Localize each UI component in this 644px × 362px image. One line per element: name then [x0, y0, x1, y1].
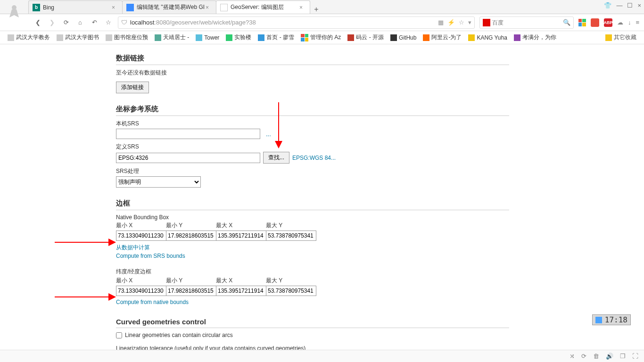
download-icon[interactable]: ↓ [628, 19, 631, 26]
compute-from-data-link[interactable]: 从数据中计算 [116, 244, 509, 252]
native-miny-input[interactable] [166, 230, 216, 241]
bookmark-item[interactable]: 天靖居士 - [152, 32, 192, 43]
latlon-minx-input[interactable] [116, 286, 166, 296]
fullscreen-icon[interactable]: ⛶ [632, 353, 638, 360]
empty-text: 至今还没有数据链接 [116, 69, 509, 77]
back-button[interactable]: ❮ [33, 18, 42, 27]
translate-icon[interactable]: ▾ [468, 19, 471, 26]
bookmark-item[interactable]: 管理你的 Az [298, 32, 344, 43]
checkbox-label: Linear geometries can contain circular a… [125, 332, 233, 338]
close-icon[interactable]: × [206, 4, 212, 11]
curved-section: Curved geometries control Linear geometr… [116, 318, 509, 350]
bookmark-item[interactable]: Tower [193, 33, 222, 42]
pin-icon[interactable] [595, 317, 602, 323]
refresh-icon[interactable]: ⟳ [581, 353, 586, 360]
linear-arcs-checkbox[interactable] [116, 332, 122, 338]
native-bbox-label: Native Bounding Box [116, 214, 509, 221]
svg-point-0 [12, 5, 17, 10]
clock-widget[interactable]: 17:18 [592, 314, 631, 325]
tab-title: 编辑随笔 "搭建简易Web GI [137, 3, 206, 11]
declared-srs-label: 定义SRS [116, 143, 509, 151]
search-box[interactable]: 🔍 [479, 16, 574, 29]
trash-icon[interactable]: 🗑 [593, 353, 599, 360]
flash-icon[interactable]: ⚡ [447, 19, 455, 26]
close-icon[interactable]: × [112, 4, 118, 11]
srs-handling-label: SRS处理 [116, 167, 509, 175]
native-srs-label: 本机SRS [116, 120, 509, 128]
search-input[interactable] [492, 19, 563, 26]
new-tab-button[interactable]: + [310, 5, 323, 14]
latlon-maxx-input[interactable] [216, 286, 266, 296]
bookmark-item[interactable]: 考满分，为你 [511, 32, 559, 43]
search-icon[interactable]: 🔍 [563, 19, 570, 26]
native-maxx-input[interactable] [216, 230, 266, 241]
tab-cnblogs[interactable]: 编辑随笔 "搭建简易Web GI × [122, 0, 216, 14]
declared-srs-input[interactable] [116, 153, 260, 163]
star-button[interactable]: ☆ [104, 18, 113, 27]
url-path: /geoserver/web/wicket/page?38 [170, 19, 256, 26]
tab-bing[interactable]: b Bing × [28, 0, 123, 14]
bookmark-item[interactable]: GitHub [388, 33, 419, 42]
bookmark-item[interactable]: 武汉大学教务 [5, 32, 53, 43]
home-button[interactable]: ⌂ [75, 18, 85, 27]
latlon-maxy-input[interactable] [266, 286, 316, 296]
srs-lookup-link[interactable]: ... [266, 131, 271, 138]
status-bar: ⤨ ⟳ 🗑 🔊 ❐ ⛶ [0, 350, 644, 362]
volume-icon[interactable]: 🔊 [606, 353, 613, 360]
shield-icon: 🛡 [121, 19, 127, 26]
lin-tol-label: Linearization tolerance (useful only if … [116, 345, 509, 350]
url-host: localhost [130, 19, 154, 26]
bookmark-item[interactable]: 首页 - 廖雪 [255, 32, 297, 43]
bookmark-other[interactable]: 其它收藏 [603, 32, 639, 43]
ext-icon[interactable] [591, 18, 599, 27]
cnblogs-icon [126, 4, 134, 11]
section-heading: 数据链接 [116, 54, 509, 65]
latlon-bbox-label: 纬度/经度边框 [116, 268, 509, 276]
url-input[interactable]: 🛡 localhost:8080/geoserver/web/wicket/pa… [118, 16, 475, 29]
close-window-icon[interactable]: × [637, 2, 641, 9]
minimize-icon[interactable]: — [616, 2, 622, 9]
clock-time: 17:18 [605, 315, 627, 324]
window-controls: 👕 — ☐ × [604, 2, 641, 9]
bookmark-item[interactable]: KANG Yuha [465, 33, 510, 42]
menu-icon[interactable]: ≡ [636, 19, 639, 26]
native-maxy-input[interactable] [266, 230, 316, 241]
apps-icon[interactable] [578, 19, 586, 26]
star-icon[interactable]: ☆ [459, 19, 464, 26]
undo-button[interactable]: ↶ [90, 18, 99, 27]
latlon-miny-input[interactable] [166, 286, 216, 296]
browser-logo [5, 1, 24, 20]
compute-from-native-link[interactable]: Compute from native bounds [116, 299, 509, 305]
bookmark-item[interactable]: 实验楼 [223, 32, 254, 43]
bookmark-item[interactable]: 图书馆座位预 [103, 32, 151, 43]
native-minx-input[interactable] [116, 230, 166, 241]
maximize-icon[interactable]: ☐ [627, 2, 633, 9]
bookmark-item[interactable]: 阿里云-为了 [420, 32, 464, 43]
section-heading: 坐标参考系统 [116, 105, 509, 116]
forward-button[interactable]: ❯ [47, 18, 57, 27]
close-icon[interactable]: × [299, 4, 306, 11]
page-icon [220, 4, 228, 11]
crs-section: 坐标参考系统 本机SRS ... 定义SRS 查找... EPSG:WGS 84… [116, 105, 509, 188]
reload-button[interactable]: ⟳ [61, 18, 71, 27]
section-heading: 边框 [116, 199, 509, 210]
cloud-icon[interactable]: ☁ [617, 19, 623, 26]
tab-geoserver[interactable]: GeoServer: 编辑图层 × [216, 0, 310, 14]
srs-info-link[interactable]: EPSG:WGS 84... [292, 155, 336, 161]
shuffle-icon[interactable]: ⤨ [570, 353, 575, 360]
find-srs-button[interactable]: 查找... [263, 152, 289, 164]
latlon-bbox-table: 最小 X 最小 Y 最大 X 最大 Y [116, 277, 509, 296]
data-links-section: 数据链接 至今还没有数据链接 添加链接 [116, 54, 509, 93]
content-area: 数据链接 至今还没有数据链接 添加链接 坐标参考系统 本机SRS ... 定义S… [0, 44, 644, 350]
restore-icon[interactable]: ❐ [620, 353, 626, 360]
abp-icon[interactable]: ABP [604, 18, 612, 27]
bookmark-item[interactable]: 码云 - 开源 [345, 32, 387, 43]
native-srs-input[interactable] [116, 129, 260, 139]
add-link-button[interactable]: 添加链接 [116, 82, 149, 93]
compute-from-srs-link[interactable]: Compute from SRS bounds [116, 253, 509, 259]
bookmark-item[interactable]: 武汉大学图书 [54, 32, 102, 43]
wardrobe-icon[interactable]: 👕 [604, 2, 611, 9]
qr-icon[interactable]: ▦ [438, 19, 444, 26]
srs-handling-select[interactable]: 强制声明 [116, 176, 201, 188]
bookmark-bar: 武汉大学教务 武汉大学图书 图书馆座位预 天靖居士 - Tower 实验楼 首页… [0, 31, 644, 44]
